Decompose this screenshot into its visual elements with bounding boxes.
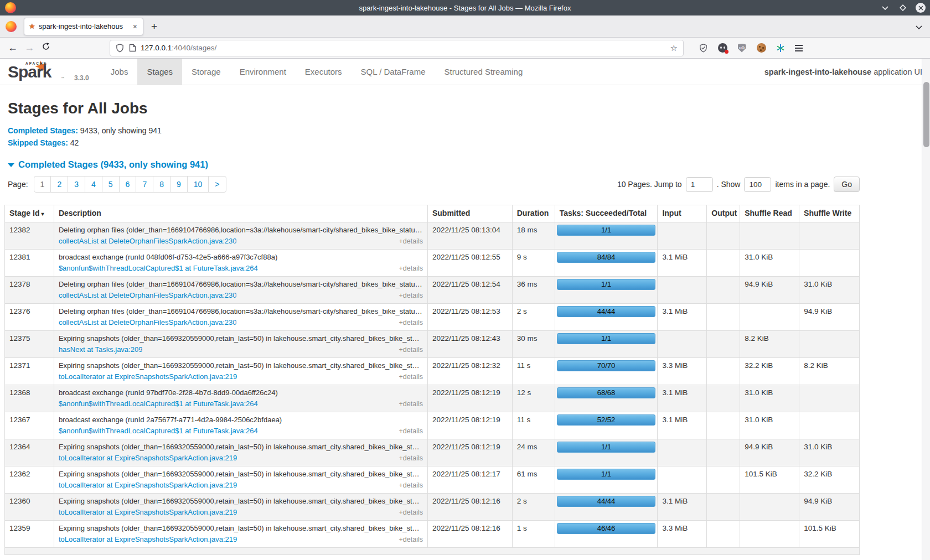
details-toggle[interactable]: +details xyxy=(399,508,423,517)
shield-check-extension-icon[interactable] xyxy=(698,43,708,53)
page-button-3[interactable]: 3 xyxy=(68,176,85,193)
column-header-tasks-succeeded-total[interactable]: Tasks: Succeeded/Total xyxy=(555,205,658,222)
page-button-9[interactable]: 9 xyxy=(170,176,188,193)
details-toggle[interactable]: +details xyxy=(399,291,423,300)
details-toggle[interactable]: +details xyxy=(399,345,423,354)
back-button[interactable]: ← xyxy=(4,42,21,54)
page-button-5[interactable]: 5 xyxy=(102,176,120,193)
completed-stages-value: 9433, only showing 941 xyxy=(78,126,162,135)
jump-to-page-input[interactable] xyxy=(686,177,713,192)
column-header-shuffle-read[interactable]: Shuffle Read xyxy=(740,205,799,222)
page-button-7[interactable]: 7 xyxy=(136,176,153,193)
spark-nav-sql-dataframe[interactable]: SQL / DataFrame xyxy=(352,59,435,85)
tracking-shield-icon[interactable] xyxy=(116,44,124,53)
spark-nav-stages[interactable]: Stages xyxy=(137,59,182,85)
tab-strip: ★ spark-ingest-into-lakehous × + xyxy=(0,15,930,38)
close-icon[interactable] xyxy=(916,3,926,13)
column-header-submitted[interactable]: Submitted xyxy=(427,205,512,222)
input-cell: 3.1 MiB xyxy=(657,385,706,412)
reload-button[interactable] xyxy=(38,42,54,54)
page-button-2[interactable]: 2 xyxy=(50,176,68,193)
bookmark-star-icon[interactable]: ☆ xyxy=(670,43,678,53)
page-button-6[interactable]: 6 xyxy=(119,176,137,193)
details-toggle[interactable]: +details xyxy=(399,427,423,435)
page-button-10[interactable]: 10 xyxy=(187,176,209,193)
output-cell xyxy=(706,412,740,439)
stage-callsite-link[interactable]: toLocalIterator at ExpireSnapshotsSparkA… xyxy=(59,372,237,381)
table-row: 12382 Deleting orphan files (older_than=… xyxy=(5,222,859,249)
column-header-output[interactable]: Output xyxy=(706,205,740,222)
spark-nav-executors[interactable]: Executors xyxy=(296,59,352,85)
shuffle-write-cell xyxy=(799,412,859,439)
details-toggle[interactable]: +details xyxy=(399,318,423,327)
stage-callsite-link[interactable]: collectAsList at DeleteOrphanFilesSparkA… xyxy=(59,237,237,246)
column-header-duration[interactable]: Duration xyxy=(512,205,555,222)
tasks-count: 68/68 xyxy=(597,388,616,397)
description-cell: broadcast exchange (runId 2a75677f-a771-… xyxy=(54,412,427,439)
new-tab-button[interactable]: + xyxy=(151,21,157,32)
forward-button[interactable]: → xyxy=(21,42,38,54)
shuffle-write-cell: 31.0 KiB xyxy=(799,439,859,466)
stage-callsite-link[interactable]: toLocalIterator at ExpireSnapshotsSparkA… xyxy=(59,508,237,517)
stage-id-cell: 12367 xyxy=(5,412,54,439)
details-toggle[interactable]: +details xyxy=(399,400,423,408)
stage-callsite-link[interactable]: $anonfun$withThreadLocalCaptured$1 at Fu… xyxy=(59,427,258,435)
scrollbar-thumb[interactable] xyxy=(923,82,929,147)
minimize-icon[interactable] xyxy=(880,3,890,13)
shuffle-write-cell: 94.9 KiB xyxy=(799,304,859,330)
spark-nav-structured-streaming[interactable]: Structured Streaming xyxy=(435,59,533,85)
asterisk-extension-icon[interactable] xyxy=(776,43,786,53)
page-button->[interactable]: > xyxy=(208,176,226,193)
details-toggle[interactable]: +details xyxy=(399,535,423,544)
privacy-mask-extension-icon[interactable] xyxy=(717,43,727,53)
items-per-page-input[interactable] xyxy=(744,177,771,192)
column-header-shuffle-write[interactable]: Shuffle Write xyxy=(799,205,859,222)
spark-nav-jobs[interactable]: Jobs xyxy=(101,59,138,85)
list-tabs-chevron-icon[interactable] xyxy=(916,22,922,32)
details-toggle[interactable]: +details xyxy=(399,481,423,490)
menu-hamburger-icon[interactable] xyxy=(795,45,803,51)
firefox-view-icon[interactable] xyxy=(6,21,17,32)
details-toggle[interactable]: +details xyxy=(399,454,423,463)
spark-nav-storage[interactable]: Storage xyxy=(182,59,230,85)
tab-close-icon[interactable]: × xyxy=(132,22,138,31)
details-toggle[interactable]: +details xyxy=(399,372,423,381)
page-info-icon[interactable] xyxy=(129,44,136,52)
stage-callsite-link[interactable]: toLocalIterator at ExpireSnapshotsSparkA… xyxy=(59,481,237,490)
spark-logo[interactable]: ★ APACHE Spark ™ xyxy=(8,59,73,85)
tasks-progress-bar: 68/68 xyxy=(557,387,656,398)
page-button-8[interactable]: 8 xyxy=(153,176,170,193)
tasks-progress-bar: 44/44 xyxy=(557,496,656,507)
viewport-scrollbar[interactable] xyxy=(922,59,930,560)
shuffle-read-cell xyxy=(740,494,799,520)
page-button-4[interactable]: 4 xyxy=(85,176,102,193)
maximize-icon[interactable] xyxy=(898,3,908,13)
completed-stages-section-toggle[interactable]: Completed Stages (9433, only showing 941… xyxy=(8,159,860,170)
input-cell xyxy=(657,466,706,493)
column-header-input[interactable]: Input xyxy=(657,205,706,222)
tasks-count: 52/52 xyxy=(597,416,616,424)
page-button-1[interactable]: 1 xyxy=(34,176,51,193)
tasks-cell: 84/84 xyxy=(555,250,658,276)
browser-tab[interactable]: ★ spark-ingest-into-lakehous × xyxy=(24,18,143,35)
skipped-stages-summary: Skipped Stages: 42 xyxy=(8,137,860,148)
go-button[interactable]: Go xyxy=(834,177,860,192)
column-header-description[interactable]: Description xyxy=(54,205,427,222)
shuffle-read-cell: 94.9 KiB xyxy=(740,439,799,466)
stage-callsite-link[interactable]: collectAsList at DeleteOrphanFilesSparkA… xyxy=(59,318,237,327)
tasks-count: 1/1 xyxy=(601,280,611,288)
stage-callsite-link[interactable]: $anonfun$withThreadLocalCaptured$1 at Fu… xyxy=(59,400,258,408)
cookie-extension-icon[interactable] xyxy=(756,43,766,53)
url-bar[interactable]: 127.0.0.1:4040/stages/ ☆ xyxy=(110,40,684,56)
details-toggle[interactable]: +details xyxy=(399,237,423,246)
stage-callsite-link[interactable]: hasNext at Tasks.java:209 xyxy=(59,345,143,354)
stage-callsite-link[interactable]: $anonfun$withThreadLocalCaptured$1 at Fu… xyxy=(59,264,258,273)
tab-title: spark-ingest-into-lakehous xyxy=(39,22,128,30)
column-header-stage-id[interactable]: Stage Id▾ xyxy=(5,205,54,222)
details-toggle[interactable]: +details xyxy=(399,264,423,273)
stage-callsite-link[interactable]: collectAsList at DeleteOrphanFilesSparkA… xyxy=(59,291,237,300)
stage-callsite-link[interactable]: toLocalIterator at ExpireSnapshotsSparkA… xyxy=(59,535,237,544)
spark-nav-environment[interactable]: Environment xyxy=(230,59,296,85)
ublock-extension-icon[interactable]: uO xyxy=(737,43,747,53)
stage-callsite-link[interactable]: toLocalIterator at ExpireSnapshotsSparkA… xyxy=(59,454,237,463)
